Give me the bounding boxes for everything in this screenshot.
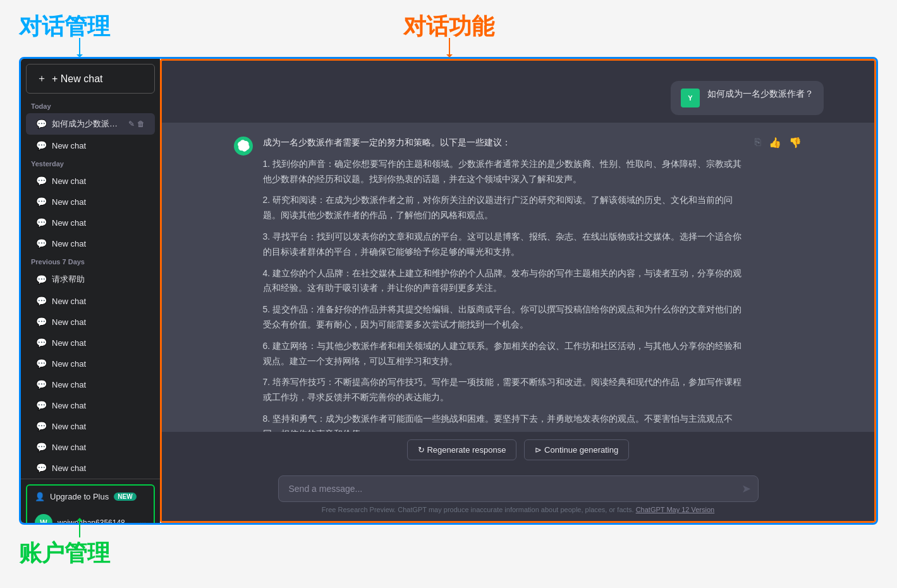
sidebar-item-active[interactable]: 💬如何成为少数派作者？✎🗑: [26, 113, 155, 135]
footer-note: Free Research Preview. ChatGPT may produ…: [174, 502, 862, 516]
sidebar-item-c7[interactable]: 💬请求帮助: [26, 269, 155, 290]
sidebar-item-c10[interactable]: 💬New chat: [26, 333, 155, 353]
ai-actions: ⎘ 👍 👎: [754, 135, 803, 432]
ai-inner: 成为一名少数派作者需要一定的努力和策略。以下是一些建议： 1. 找到你的声音：确…: [234, 135, 803, 432]
chat-icon: 💬: [36, 358, 47, 369]
edit-icon[interactable]: ✎: [128, 119, 135, 128]
sidebar-item-c2[interactable]: 💬New chat: [26, 135, 155, 156]
annotation-account-management: 账户管理: [19, 538, 110, 569]
ai-content: 成为一名少数派作者需要一定的努力和策略。以下是一些建议： 1. 找到你的声音：确…: [263, 135, 743, 432]
sidebar-item-text: New chat: [52, 380, 145, 389]
sidebar-item-c11[interactable]: 💬New chat: [26, 353, 155, 374]
sidebar-item-text: New chat: [52, 317, 145, 327]
delete-icon[interactable]: 🗑: [137, 119, 145, 128]
chat-icon: 💬: [36, 217, 47, 228]
username-label: weiwenhan635614874@...: [58, 518, 135, 523]
sidebar-item-c15[interactable]: 💬New chat: [26, 437, 155, 457]
chat-wrapper: Y 如何成为一名少数派作者？ 成为一名少数派作者需要一定的努力和策略。以下是一些…: [160, 59, 876, 523]
sidebar-section-label: Yesterday: [21, 156, 160, 170]
chat-input-area: ➤ Free Research Preview. ChatGPT may pro…: [162, 468, 874, 521]
sidebar-item-text: New chat: [52, 359, 145, 369]
upgrade-button[interactable]: 👤 Upgrade to Plus NEW: [27, 486, 154, 508]
sidebar-item-c5[interactable]: 💬New chat: [26, 212, 155, 233]
sidebar-item-text: New chat: [52, 422, 145, 431]
chat-icon: 💬: [36, 317, 47, 327]
sidebar-item-c4[interactable]: 💬New chat: [26, 192, 155, 212]
chat-messages: Y 如何成为一名少数派作者？ 成为一名少数派作者需要一定的努力和策略。以下是一些…: [162, 61, 874, 432]
sidebar-section-label: Previous 7 Days: [21, 254, 160, 268]
ai-list-item-2: 2. 研究和阅读：在成为少数派作者之前，对你所关注的议题进行广泛的研究和阅读。了…: [263, 193, 743, 223]
chat-icon: 💬: [36, 238, 47, 248]
footer-text: Free Research Preview. ChatGPT may produ…: [322, 506, 634, 513]
chat-icon: 💬: [36, 296, 47, 306]
sidebar-section-label: Today: [21, 99, 160, 113]
sidebar-item-actions: ✎🗑: [128, 119, 145, 128]
main-layout: ＋ + New chat Today💬如何成为少数派作者？✎🗑💬New chat…: [19, 57, 878, 525]
account-section-border: 👤 Upgrade to Plus NEW W weiwenhan6356148…: [26, 484, 155, 523]
footer-link[interactable]: ChatGPT May 12 Version: [636, 506, 715, 513]
ai-list-item-1: 1. 找到你的声音：确定你想要写作的主题和领域。少数派作者通常关注的是少数族裔、…: [263, 157, 743, 187]
ai-list-item-8: 8. 坚持和勇气：成为少数派作者可能面临一些挑战和困难。要坚持下去，并勇敢地发表…: [263, 412, 743, 432]
ai-list-item-5: 5. 提交作品：准备好你的作品并将其提交给编辑、出版商或平台。你可以撰写投稿信给…: [263, 302, 743, 333]
chat-icon: 💬: [36, 119, 47, 129]
chat-icon: 💬: [36, 421, 47, 431]
new-chat-button[interactable]: ＋ + New chat: [26, 64, 155, 94]
sidebar-item-text: New chat: [52, 197, 145, 207]
ai-list-item-7: 7. 培养写作技巧：不断提高你的写作技巧。写作是一项技能，需要不断练习和改进。阅…: [263, 375, 743, 405]
user-avatar: W: [35, 514, 52, 523]
continue-generating-button[interactable]: ⊳ Continue generating: [524, 439, 629, 460]
send-button[interactable]: ➤: [741, 482, 751, 496]
sidebar-item-text: New chat: [52, 401, 145, 410]
ai-list-item-4: 4. 建立你的个人品牌：在社交媒体上建立和维护你的个人品牌。发布与你的写作主题相…: [263, 266, 743, 297]
upgrade-label: Upgrade to Plus: [50, 492, 109, 501]
chat-icon: 💬: [36, 442, 47, 452]
sidebar-item-text: New chat: [52, 297, 145, 306]
sidebar-item-text: New chat: [52, 239, 145, 248]
user-message: Y 如何成为一名少数派作者？: [162, 73, 874, 123]
ai-avatar: [234, 137, 253, 156]
sidebar-item-text: New chat: [52, 176, 145, 186]
user-question-text: 如何成为一名少数派作者？: [707, 89, 814, 100]
chat-icon: 💬: [36, 274, 47, 285]
sidebar-item-text: New chat: [52, 218, 145, 228]
chat-input-wrapper: ➤: [278, 475, 759, 502]
user-bubble: Y 如何成为一名少数派作者？: [671, 81, 824, 115]
more-options-icon[interactable]: ···: [140, 518, 146, 523]
ai-list: 1. 找到你的声音：确定你想要写作的主题和领域。少数派作者通常关注的是少数族裔、…: [263, 157, 743, 432]
ai-intro: 成为一名少数派作者需要一定的努力和策略。以下是一些建议：: [263, 135, 743, 150]
user-profile-button[interactable]: W weiwenhan635614874@... ···: [27, 508, 154, 523]
sidebar-item-text: 如何成为少数派作者？: [52, 118, 123, 130]
sidebar-item-text: 请求帮助: [52, 274, 145, 285]
sidebar-item-c16[interactable]: 💬New chat: [26, 458, 155, 478]
sidebar-item-c6[interactable]: 💬New chat: [26, 233, 155, 254]
sidebar-item-c3[interactable]: 💬New chat: [26, 171, 155, 191]
sidebar-item-c12[interactable]: 💬New chat: [26, 374, 155, 395]
sidebar-item-c9[interactable]: 💬New chat: [26, 312, 155, 332]
user-msg-avatar: Y: [681, 89, 700, 107]
user-plus-icon: 👤: [35, 492, 45, 501]
sidebar-item-c14[interactable]: 💬New chat: [26, 416, 155, 436]
chat-area: Y 如何成为一名少数派作者？ 成为一名少数派作者需要一定的努力和策略。以下是一些…: [162, 61, 874, 521]
sidebar-item-text: New chat: [52, 141, 145, 150]
ai-list-item-3: 3. 寻找平台：找到可以发表你的文章和观点的平台。这可以是博客、报纸、杂志、在线…: [263, 230, 743, 260]
thumbs-down-button[interactable]: 👎: [788, 135, 803, 432]
upgrade-badge: NEW: [114, 493, 136, 501]
chat-icon: 💬: [36, 463, 47, 473]
chat-icon: 💬: [36, 338, 47, 348]
sidebar-item-text: New chat: [52, 443, 145, 452]
ai-message: 成为一名少数派作者需要一定的努力和策略。以下是一些建议： 1. 找到你的声音：确…: [162, 123, 874, 432]
new-chat-label: + New chat: [52, 73, 102, 85]
chat-icon: 💬: [36, 400, 47, 410]
sidebar: ＋ + New chat Today💬如何成为少数派作者？✎🗑💬New chat…: [21, 59, 160, 523]
annotation-dialog-management: 对话管理: [19, 11, 110, 42]
chat-icon: 💬: [36, 140, 47, 150]
regenerate-button[interactable]: ↻ Regenerate response: [407, 439, 517, 460]
copy-button[interactable]: ⎘: [754, 135, 762, 432]
arrow-bottom: [79, 518, 80, 537]
sidebar-item-c8[interactable]: 💬New chat: [26, 291, 155, 311]
chat-input[interactable]: [278, 475, 759, 502]
thumbs-up-button[interactable]: 👍: [767, 135, 783, 432]
plus-icon: ＋: [37, 72, 47, 85]
sidebar-item-c13[interactable]: 💬New chat: [26, 395, 155, 415]
sidebar-bottom: 👤 Upgrade to Plus NEW W weiwenhan6356148…: [21, 479, 160, 523]
